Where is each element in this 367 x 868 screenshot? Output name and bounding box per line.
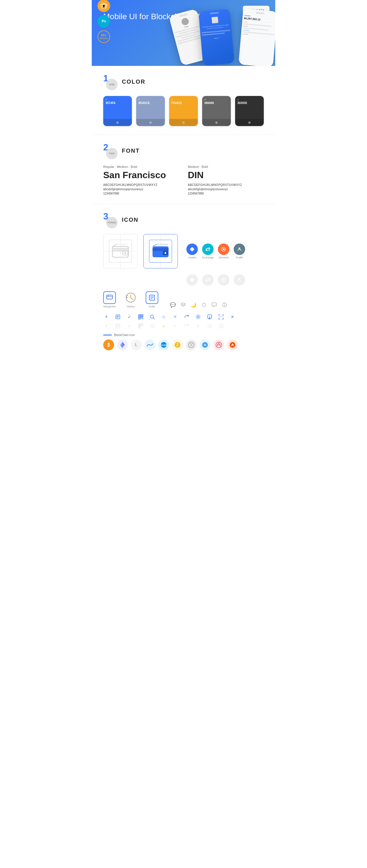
icon-section-header: 3 THREE ICON xyxy=(103,213,264,227)
comment-icon xyxy=(211,302,217,308)
color-swatches: # 3574FA # 8DA0C8 # F5A623 # 666666 xyxy=(103,96,264,126)
stack-icon xyxy=(180,302,186,308)
discover-icon-outline xyxy=(218,274,229,286)
plus-icon: + xyxy=(103,314,110,320)
svg-point-72 xyxy=(188,342,194,348)
bat-icon xyxy=(227,339,238,350)
nav-icons-colored: Assets Exchange Discover Profile xyxy=(186,244,245,259)
upload-icon xyxy=(206,314,213,320)
share-icon-gray xyxy=(184,323,190,329)
svg-point-28 xyxy=(224,304,225,304)
svg-point-10 xyxy=(223,248,225,250)
management-icon xyxy=(103,291,116,304)
color-section-header: 1 ONE COLOR xyxy=(103,74,264,89)
section-number-1: 1 ONE xyxy=(103,74,117,89)
svg-point-15 xyxy=(238,278,240,280)
ark-icon xyxy=(213,339,224,350)
color-swatch-black: # 303030 xyxy=(235,96,264,126)
svg-point-7 xyxy=(165,252,166,254)
crypto-icons-row: ₿ Ł DASH Z xyxy=(103,339,264,350)
svg-line-44 xyxy=(153,318,154,319)
svg-marker-8 xyxy=(190,247,194,251)
color-swatch-dark-gray: # 666666 xyxy=(202,96,231,126)
svg-text:DASH: DASH xyxy=(161,344,167,347)
assets-icon-outline xyxy=(186,274,198,286)
info-icon-gray xyxy=(218,323,224,329)
svg-rect-34 xyxy=(139,315,140,316)
hero-section: Mobile UI for Blockchain Wallet UI Kit P… xyxy=(92,0,275,66)
gear-icon xyxy=(195,314,201,320)
section-number-2: 2 TWO xyxy=(103,144,117,158)
star-icon: ☆ xyxy=(161,314,167,320)
profile-icon-outline xyxy=(234,274,245,286)
profile-icon-col: Profile xyxy=(234,244,245,259)
check-icon-gray: ✓ xyxy=(126,323,133,329)
tool-icons-row-2: + ✓ ★ < ✕ xyxy=(103,323,264,329)
svg-rect-36 xyxy=(142,315,142,316)
icon-guide-outline xyxy=(103,234,138,269)
svg-point-11 xyxy=(238,248,240,249)
svg-point-45 xyxy=(197,316,199,318)
svg-marker-67 xyxy=(122,342,125,346)
nav-icons-outline xyxy=(186,274,264,286)
screens-badge: 60+ Screens xyxy=(97,30,110,43)
close-icon-gray: ✕ xyxy=(195,323,201,329)
dash-icon: DASH xyxy=(158,339,169,350)
check-icon: ✓ xyxy=(126,314,133,320)
share-icon xyxy=(184,314,190,320)
photoshop-badge: Ps xyxy=(97,15,110,28)
profile-icon xyxy=(234,244,245,255)
svg-rect-58 xyxy=(139,327,140,328)
font-din: Medium · Bold DIN ABCDEFGHIJKLMNOPQRSTUV… xyxy=(188,165,264,195)
phone-mockup-2: ⬜ Character may be manifested in the gre… xyxy=(198,9,234,66)
order-icon xyxy=(146,291,158,304)
assets-outline-icon xyxy=(186,274,198,286)
order-icon-col: Order xyxy=(146,291,158,308)
discover-outline-icon xyxy=(218,274,229,286)
svg-point-14 xyxy=(223,279,225,281)
svg-point-3 xyxy=(124,252,126,254)
svg-line-60 xyxy=(153,327,154,328)
color-swatch-orange: # F5A623 xyxy=(169,96,198,126)
circle-icon xyxy=(201,302,207,308)
icon-section: 3 THREE ICON xyxy=(92,204,275,365)
doc-edit-icon-gray xyxy=(115,323,121,329)
font-section-title: FONT xyxy=(122,148,140,154)
refresh-icon-gray xyxy=(206,323,213,329)
svg-marker-12 xyxy=(190,278,194,282)
sketch-badge xyxy=(97,0,110,12)
chevron-left-icon: < xyxy=(172,314,178,320)
exchange-icon xyxy=(202,244,214,255)
color-section: 1 ONE COLOR # 3574FA # 8DA0C8 # F5A623 # xyxy=(92,66,275,135)
svg-point-24 xyxy=(202,303,205,307)
svg-rect-1 xyxy=(112,248,129,251)
color-swatch-slate: # 8DA0C8 xyxy=(136,96,165,126)
svg-rect-25 xyxy=(212,303,217,306)
qr-icon xyxy=(138,314,144,320)
steem-icon xyxy=(200,339,210,350)
discover-icon xyxy=(218,244,229,255)
phone-mockups-area: Profile ⬜ Character may be manifested in… xyxy=(158,3,275,66)
icon-section-title: ICON xyxy=(122,217,139,223)
blockchain-label-row: BlockChain Icon xyxy=(103,334,264,337)
icon-guide-container: Assets Exchange Discover Profile xyxy=(103,234,264,269)
icon-guide-filled xyxy=(143,234,178,269)
history-icon-col: History xyxy=(124,291,137,308)
discover-icon-col: Discover xyxy=(218,244,229,259)
zcash-icon: Z xyxy=(172,339,183,350)
font-san-francisco: Regular · Medium · Bold San Francisco AB… xyxy=(103,165,179,195)
info-icon xyxy=(221,302,228,308)
history-icon xyxy=(124,291,137,304)
blockchain-line xyxy=(103,335,112,336)
tool-icons-row-1: + ✓ ☆ < ✕ xyxy=(103,314,264,320)
svg-rect-56 xyxy=(142,324,142,325)
moon-icon: 🌙 xyxy=(190,302,197,308)
ethereum-icon xyxy=(117,339,128,350)
litecoin-icon: Ł xyxy=(131,339,142,350)
plus-icon-gray: + xyxy=(103,323,110,329)
utility-icons: 💬 🌙 xyxy=(170,302,228,308)
bottom-icons-row: Mangment History Order 💬 xyxy=(103,291,264,308)
star-filled-icon: ★ xyxy=(161,323,167,329)
font-section-header: 2 TWO FONT xyxy=(103,144,264,158)
scan-icon xyxy=(218,314,224,320)
